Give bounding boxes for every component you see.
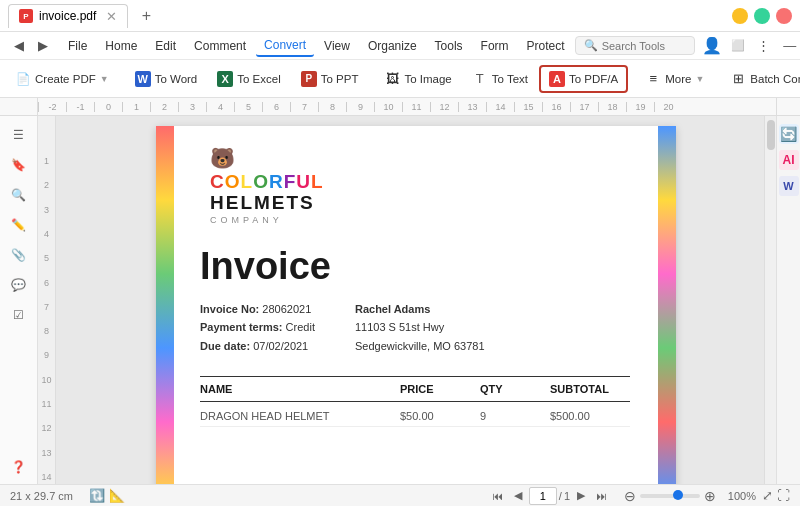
ruler-mark: 19 — [626, 102, 654, 112]
sidebar-attach-icon[interactable]: 📎 — [6, 242, 32, 268]
zoom-in-button[interactable]: ⊕ — [704, 488, 716, 504]
v-ruler-num: 1 — [38, 144, 55, 168]
last-page-button[interactable]: ⏭ — [592, 487, 610, 505]
right-panel-ai-icon[interactable]: AI — [779, 150, 799, 170]
v-ruler-num: 3 — [38, 192, 55, 216]
snap-icon[interactable]: 📐 — [109, 488, 125, 503]
menu-file[interactable]: File — [60, 36, 95, 56]
settings-icon[interactable]: ⋮ — [753, 35, 775, 57]
table-row: DRAGON HEAD HELMET $50.00 9 $500.00 — [200, 406, 630, 427]
user-icon[interactable]: 👤 — [701, 35, 723, 57]
menu-view[interactable]: View — [316, 36, 358, 56]
fit-page-button[interactable]: ⤢ — [762, 488, 773, 503]
to-text-icon: T — [472, 71, 488, 87]
search-tools-box[interactable]: 🔍 — [575, 36, 695, 55]
active-tab[interactable]: P invoice.pdf ✕ — [8, 4, 128, 28]
sidebar-help-icon[interactable]: ❓ — [6, 454, 32, 480]
v-ruler-num: 2 — [38, 168, 55, 192]
prev-page-button[interactable]: ◀ — [509, 487, 527, 505]
statusbar-right: ⏮ ◀ / 1 ▶ ⏭ ⊖ ⊕ 100% ⤢ ⛶ — [489, 487, 790, 505]
search-tools-input[interactable] — [602, 40, 687, 52]
maximize-button[interactable] — [754, 8, 770, 24]
to-word-button[interactable]: W To Word — [126, 66, 207, 92]
page-number-input[interactable] — [529, 487, 557, 505]
ruler-mark: 1 — [122, 102, 150, 112]
sidebar-bookmark-icon[interactable]: 🔖 — [6, 152, 32, 178]
more-arrow: ▼ — [695, 74, 704, 84]
rotate-icon[interactable]: 🔃 — [89, 488, 105, 503]
zoom-percent: 100% — [720, 490, 756, 502]
back-icon[interactable]: ◀ — [8, 35, 30, 57]
vertical-scrollbar[interactable] — [764, 116, 776, 484]
to-image-label: To Image — [404, 73, 451, 85]
ruler-mark: -2 — [38, 102, 66, 112]
menu-tools[interactable]: Tools — [427, 36, 471, 56]
to-ppt-button[interactable]: P To PPT — [292, 66, 368, 92]
ruler-mark: 17 — [570, 102, 598, 112]
forward-icon[interactable]: ▶ — [32, 35, 54, 57]
min-icon[interactable]: — — [779, 35, 800, 57]
to-ppt-label: To PPT — [321, 73, 359, 85]
to-text-button[interactable]: T To Text — [463, 66, 537, 92]
sidebar-thumbnail-icon[interactable]: ☰ — [6, 122, 32, 148]
sidebar-edit-icon[interactable]: ✏️ — [6, 212, 32, 238]
right-panel-convert-icon[interactable]: 🔄 — [779, 124, 799, 144]
sidebar-form-icon[interactable]: ☑ — [6, 302, 32, 328]
titlebar: P invoice.pdf ✕ + — [0, 0, 800, 32]
v-ruler-num: 6 — [38, 265, 55, 289]
to-pdfa-button[interactable]: A To PDF/A — [539, 65, 628, 93]
zoom-out-button[interactable]: ⊖ — [624, 488, 636, 504]
close-tab-icon[interactable]: ✕ — [106, 9, 117, 24]
menu-comment[interactable]: Comment — [186, 36, 254, 56]
page-separator: / — [559, 490, 562, 502]
add-tab-button[interactable]: + — [136, 6, 156, 26]
td-name: DRAGON HEAD HELMET — [200, 410, 400, 422]
sidebar-comment-icon[interactable]: 💬 — [6, 272, 32, 298]
ruler-mark: 6 — [262, 102, 290, 112]
zoom-slider[interactable] — [640, 494, 700, 498]
scrollbar-thumb[interactable] — [767, 120, 775, 150]
window-restore-icon[interactable]: ⬜ — [727, 35, 749, 57]
zoom-controls: ⊖ ⊕ 100% ⤢ ⛶ — [624, 488, 790, 504]
ruler-mark: 15 — [514, 102, 542, 112]
close-button[interactable] — [776, 8, 792, 24]
menu-home[interactable]: Home — [97, 36, 145, 56]
menu-protect[interactable]: Protect — [519, 36, 573, 56]
v-ruler-num: 14 — [38, 460, 55, 484]
fullscreen-button[interactable]: ⛶ — [777, 488, 790, 503]
pdf-viewport[interactable]: 🐻 COLORFUL HELMETS COMPANY Invoice — [56, 116, 776, 484]
status-dimensions: 21 x 29.7 cm — [10, 490, 73, 502]
minimize-button[interactable] — [732, 8, 748, 24]
ruler-mark: 18 — [598, 102, 626, 112]
ruler-mark: 4 — [206, 102, 234, 112]
invoice-table-header: NAME PRICE QTY SUBTOTAL — [200, 376, 630, 402]
v-ruler-num: 7 — [38, 290, 55, 314]
ruler-mark: 14 — [486, 102, 514, 112]
right-panel: 🔄 AI W — [776, 116, 800, 484]
batch-convert-icon: ⊞ — [730, 71, 746, 87]
to-pdfa-icon: A — [549, 71, 565, 87]
to-excel-button[interactable]: X To Excel — [208, 66, 289, 92]
next-page-button[interactable]: ▶ — [572, 487, 590, 505]
to-text-label: To Text — [492, 73, 528, 85]
create-pdf-button[interactable]: 📄 Create PDF ▼ — [6, 66, 118, 92]
to-image-button[interactable]: 🖼 To Image — [375, 66, 460, 92]
create-pdf-label: Create PDF — [35, 73, 96, 85]
more-button[interactable]: ≡ More ▼ — [636, 66, 713, 92]
ruler-marks: -2 -1 0 1 2 3 4 5 6 7 8 9 10 11 12 13 14… — [38, 102, 682, 112]
right-panel-word-icon[interactable]: W — [779, 176, 799, 196]
menu-organize[interactable]: Organize — [360, 36, 425, 56]
ruler-mark: -1 — [66, 102, 94, 112]
first-page-button[interactable]: ⏮ — [489, 487, 507, 505]
menu-form[interactable]: Form — [473, 36, 517, 56]
menu-edit[interactable]: Edit — [147, 36, 184, 56]
toolbar: 📄 Create PDF ▼ W To Word X To Excel P To… — [0, 60, 800, 98]
batch-convert-label: Batch Convert — [750, 73, 800, 85]
menu-convert[interactable]: Convert — [256, 35, 314, 57]
payment-value: Credit — [286, 321, 315, 333]
ruler-mark: 16 — [542, 102, 570, 112]
ruler-mark: 2 — [150, 102, 178, 112]
batch-convert-button[interactable]: ⊞ Batch Convert — [721, 66, 800, 92]
page-total: 1 — [564, 490, 570, 502]
sidebar-search-icon[interactable]: 🔍 — [6, 182, 32, 208]
